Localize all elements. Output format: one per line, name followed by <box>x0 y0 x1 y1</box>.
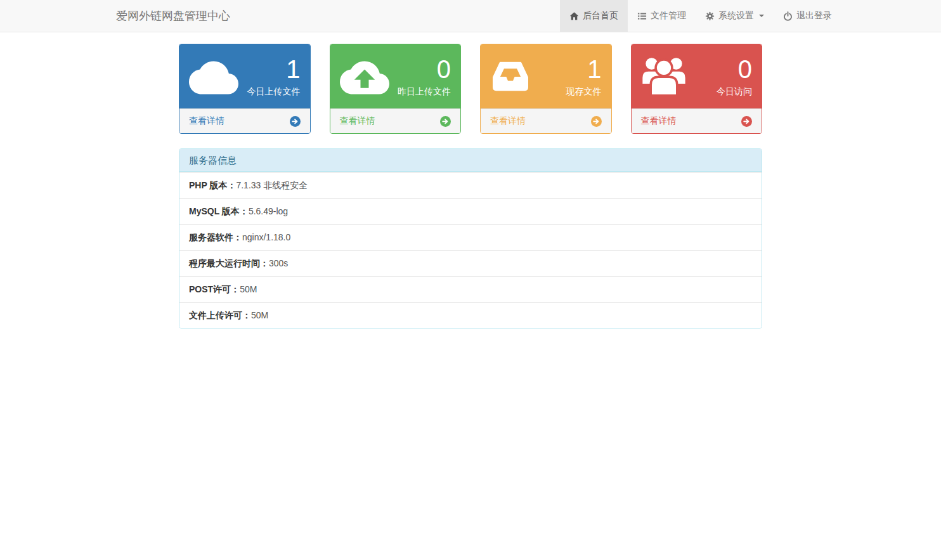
server-info-row-post-limit: POST许可：50M <box>179 276 762 302</box>
view-details-link[interactable]: 查看详情 <box>179 108 310 133</box>
view-details-link[interactable]: 查看详情 <box>632 108 762 133</box>
row-value: 5.6.49-log <box>249 206 288 216</box>
nav-item-label: 文件管理 <box>651 10 686 22</box>
arrow-circle-right-icon <box>741 116 752 127</box>
home-icon <box>569 11 579 21</box>
arrow-circle-right-icon <box>591 116 602 127</box>
server-info-row-upload-limit: 文件上传许可：50M <box>179 302 762 328</box>
row-label: 程序最大运行时间： <box>189 258 269 268</box>
stat-value: 0 <box>717 55 752 83</box>
row-value: 50M <box>240 284 257 294</box>
stat-value: 1 <box>247 55 301 83</box>
chevron-down-icon <box>759 15 764 17</box>
stat-label: 今日访问 <box>717 86 752 98</box>
stat-card-heading: 0 今日访问 <box>632 44 762 108</box>
main-content: 1 今日上传文件 查看详情 0 昨日上传文件 <box>169 44 772 329</box>
stat-card-today-visits: 0 今日访问 查看详情 <box>631 44 763 134</box>
arrow-circle-right-icon <box>290 116 301 127</box>
top-navbar: 爱网外链网盘管理中心 后台首页 <box>0 0 941 32</box>
row-value: 300s <box>269 258 288 268</box>
stat-card-existing-files: 1 现存文件 查看详情 <box>480 44 612 134</box>
stat-card-heading: 0 昨日上传文件 <box>330 44 461 108</box>
server-info-row-php-version: PHP 版本：7.1.33 非线程安全 <box>179 172 762 198</box>
gear-icon <box>705 11 715 21</box>
users-icon <box>641 56 687 96</box>
stat-label: 昨日上传文件 <box>398 86 451 98</box>
server-info-panel: 服务器信息 PHP 版本：7.1.33 非线程安全 MySQL 版本：5.6.4… <box>179 148 762 329</box>
stat-value: 1 <box>566 55 602 83</box>
nav-item-file-management[interactable]: 文件管理 <box>628 0 696 32</box>
cloud-upload-icon <box>340 58 389 95</box>
stat-card-today-uploads: 1 今日上传文件 查看详情 <box>179 44 311 134</box>
nav-item-system-settings[interactable]: 系统设置 <box>696 0 774 32</box>
arrow-circle-right-icon <box>440 116 451 127</box>
nav-item-label: 退出登录 <box>796 10 832 22</box>
stat-value: 0 <box>398 55 451 83</box>
server-info-row-mysql-version: MySQL 版本：5.6.49-log <box>179 198 762 224</box>
server-info-panel-title: 服务器信息 <box>179 149 762 172</box>
row-label: 文件上传许可： <box>189 310 251 320</box>
row-value: nginx/1.18.0 <box>242 232 290 242</box>
row-label: PHP 版本： <box>189 180 236 190</box>
row-value: 7.1.33 非线程安全 <box>236 180 308 190</box>
stat-label: 今日上传文件 <box>247 86 301 98</box>
stat-card-heading: 1 现存文件 <box>481 44 611 108</box>
row-label: 服务器软件： <box>189 232 242 242</box>
nav-item-label: 后台首页 <box>583 10 618 22</box>
server-info-row-max-execution-time: 程序最大运行时间：300s <box>179 250 762 276</box>
list-icon <box>637 11 647 21</box>
cloud-icon <box>189 58 238 95</box>
stat-card-heading: 1 今日上传文件 <box>179 44 310 108</box>
row-label: MySQL 版本： <box>189 206 249 216</box>
nav-item-admin-home[interactable]: 后台首页 <box>560 0 628 32</box>
row-value: 50M <box>251 310 268 320</box>
power-icon <box>783 11 793 21</box>
view-details-link[interactable]: 查看详情 <box>330 108 461 133</box>
stat-cards-row: 1 今日上传文件 查看详情 0 昨日上传文件 <box>179 44 762 134</box>
navbar-menu: 后台首页 文件管理 <box>560 0 841 32</box>
row-label: POST许可： <box>189 284 240 294</box>
nav-item-label: 系统设置 <box>718 10 754 22</box>
view-details-link[interactable]: 查看详情 <box>481 108 611 133</box>
nav-item-logout[interactable]: 退出登录 <box>774 0 841 32</box>
server-info-row-server-software: 服务器软件：nginx/1.18.0 <box>179 224 762 250</box>
brand-title[interactable]: 爱网外链网盘管理中心 <box>100 0 240 32</box>
stat-card-yesterday-uploads: 0 昨日上传文件 查看详情 <box>330 44 462 134</box>
inbox-icon <box>490 60 531 93</box>
stat-label: 现存文件 <box>566 86 602 98</box>
